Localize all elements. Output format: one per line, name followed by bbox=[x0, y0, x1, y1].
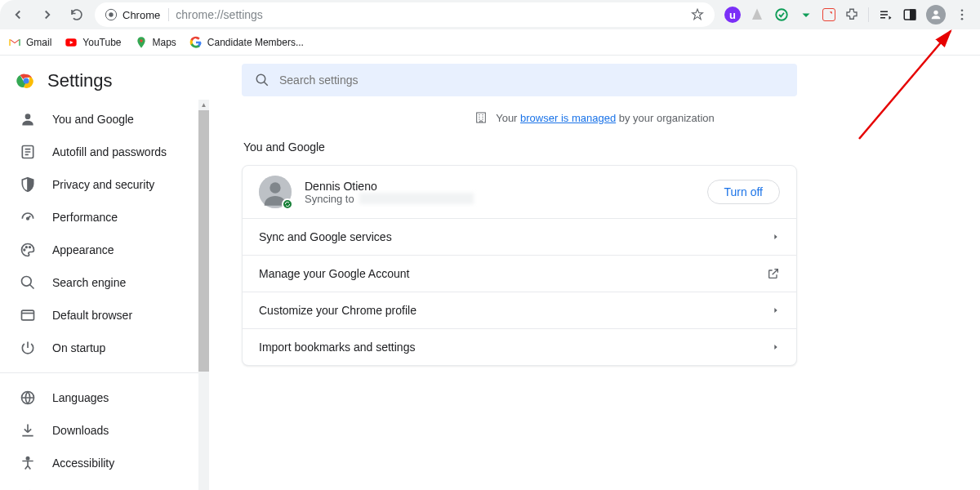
globe-icon bbox=[20, 390, 36, 406]
card-row-label: Import bookmarks and settings bbox=[259, 341, 772, 354]
managed-text: Your browser is managed by your organiza… bbox=[496, 112, 715, 124]
sidebar-item-autofill[interactable]: Autofill and passwords bbox=[0, 136, 199, 168]
reload-button[interactable] bbox=[65, 3, 88, 26]
svg-point-17 bbox=[24, 249, 25, 251]
bookmark-youtube[interactable]: YouTube bbox=[65, 36, 121, 49]
bookmarks-bar: Gmail YouTube Maps Candidate Members... bbox=[0, 29, 980, 56]
profile-name: Dennis Otieno bbox=[305, 180, 707, 193]
card-row-label: Sync and Google services bbox=[259, 230, 772, 243]
sidebar-item-label: You and Google bbox=[52, 113, 134, 126]
back-button[interactable] bbox=[7, 3, 29, 26]
svg-point-5 bbox=[933, 11, 938, 15]
bookmark-label: Candidate Members... bbox=[207, 37, 304, 48]
sidebar-item-downloads[interactable]: Downloads bbox=[0, 414, 199, 447]
card-row-sync[interactable]: Sync and Google services bbox=[243, 219, 796, 256]
download-icon bbox=[20, 422, 36, 439]
divider bbox=[868, 7, 869, 22]
you-and-google-card: Dennis Otieno Syncing to Turn off Sync a… bbox=[242, 165, 797, 366]
svg-point-16 bbox=[27, 217, 29, 220]
site-label: Chrome bbox=[122, 9, 160, 21]
youtube-icon bbox=[65, 36, 78, 49]
search-input[interactable] bbox=[279, 74, 784, 87]
extension-icon[interactable] bbox=[822, 8, 835, 21]
profile-info: Dennis Otieno Syncing to bbox=[305, 180, 707, 205]
sidebar-item-search-engine[interactable]: Search engine bbox=[0, 266, 199, 299]
card-row-manage-account[interactable]: Manage your Google Account bbox=[243, 256, 796, 292]
svg-point-6 bbox=[961, 9, 964, 11]
profile-sync-status: Syncing to bbox=[305, 193, 707, 205]
sidebar-item-label: On startup bbox=[52, 341, 105, 354]
extension-icon[interactable] bbox=[773, 7, 790, 23]
address-bar[interactable]: Chrome chrome://settings bbox=[95, 2, 715, 27]
settings-page: Settings You and Google Autofill and pas… bbox=[0, 56, 980, 490]
sidebar-item-default-browser[interactable]: Default browser bbox=[0, 299, 199, 332]
building-icon bbox=[474, 111, 488, 124]
bookmark-maps[interactable]: Maps bbox=[135, 36, 176, 49]
sidebar-item-label: Privacy and security bbox=[52, 178, 154, 191]
gmail-icon bbox=[8, 36, 21, 49]
divider bbox=[0, 372, 209, 373]
card-row-import[interactable]: Import bookmarks and settings bbox=[243, 329, 796, 365]
extension-icon[interactable] bbox=[798, 7, 814, 23]
sync-badge-icon bbox=[282, 198, 293, 210]
managed-link[interactable]: browser is managed bbox=[520, 112, 616, 124]
sidebar-item-system[interactable]: System bbox=[0, 479, 199, 490]
sidebar-item-you-and-google[interactable]: You and Google bbox=[0, 103, 199, 136]
extensions-icon[interactable] bbox=[844, 7, 860, 23]
sidebar-item-label: Autofill and passwords bbox=[52, 145, 167, 158]
extension-icon[interactable] bbox=[749, 7, 765, 23]
bookmark-label: YouTube bbox=[82, 37, 121, 48]
section-title: You and Google bbox=[242, 132, 947, 165]
svg-point-7 bbox=[961, 14, 964, 16]
bookmark-star-icon[interactable] bbox=[690, 7, 705, 22]
profile-avatar bbox=[259, 176, 292, 208]
scrollbar-thumb[interactable] bbox=[198, 110, 209, 372]
extension-icon[interactable]: u bbox=[724, 7, 741, 23]
sidebar-item-privacy[interactable]: Privacy and security bbox=[0, 168, 199, 201]
svg-point-20 bbox=[22, 277, 32, 287]
svg-rect-21 bbox=[22, 310, 34, 320]
sidebar-item-appearance[interactable]: Appearance bbox=[0, 234, 199, 266]
sidebar-item-label: Search engine bbox=[52, 276, 126, 289]
scrollbar-up-icon[interactable]: ▲ bbox=[198, 100, 209, 110]
google-icon bbox=[189, 36, 203, 49]
person-icon bbox=[20, 111, 36, 127]
settings-main: Your browser is managed by your organiza… bbox=[209, 56, 980, 490]
sidebar-item-languages[interactable]: Languages bbox=[0, 381, 199, 414]
svg-point-10 bbox=[140, 39, 142, 42]
card-row-label: Customize your Chrome profile bbox=[259, 304, 772, 317]
bookmark-candidate[interactable]: Candidate Members... bbox=[189, 36, 304, 49]
turn-off-button[interactable]: Turn off bbox=[707, 180, 780, 204]
maps-icon bbox=[135, 36, 148, 49]
card-row-customize-profile[interactable]: Customize your Chrome profile bbox=[243, 292, 796, 329]
svg-point-18 bbox=[26, 247, 28, 248]
sidebar-item-performance[interactable]: Performance bbox=[0, 201, 199, 234]
palette-icon bbox=[20, 242, 36, 258]
forward-button[interactable] bbox=[36, 3, 59, 26]
chevron-right-icon bbox=[772, 343, 780, 351]
chevron-right-icon bbox=[772, 306, 780, 314]
accessibility-icon bbox=[20, 455, 36, 471]
settings-search[interactable] bbox=[242, 64, 797, 96]
profile-avatar-button[interactable] bbox=[926, 5, 946, 24]
card-row-label: Manage your Google Account bbox=[259, 267, 767, 280]
autofill-icon bbox=[20, 144, 36, 160]
sidebar-item-accessibility[interactable]: Accessibility bbox=[0, 447, 199, 479]
browser-icon bbox=[20, 307, 36, 323]
settings-sidebar: Settings You and Google Autofill and pas… bbox=[0, 56, 209, 490]
bookmark-label: Maps bbox=[153, 37, 176, 48]
side-panel-icon[interactable] bbox=[902, 7, 918, 23]
sidebar-scrollbar[interactable]: ▲ bbox=[198, 100, 209, 490]
site-chip[interactable]: Chrome bbox=[105, 8, 169, 21]
url-text: chrome://settings bbox=[176, 8, 684, 21]
media-control-icon[interactable] bbox=[877, 7, 893, 23]
bookmark-gmail[interactable]: Gmail bbox=[8, 36, 51, 49]
sidebar-list: You and Google Autofill and passwords Pr… bbox=[0, 103, 209, 490]
sidebar-item-on-startup[interactable]: On startup bbox=[0, 332, 199, 364]
svg-point-14 bbox=[25, 114, 31, 119]
search-icon bbox=[20, 274, 36, 291]
chrome-menu-button[interactable] bbox=[954, 7, 970, 23]
chrome-logo-icon bbox=[16, 71, 36, 91]
sidebar-item-label: Default browser bbox=[52, 309, 132, 322]
sidebar-item-label: Appearance bbox=[52, 243, 114, 256]
